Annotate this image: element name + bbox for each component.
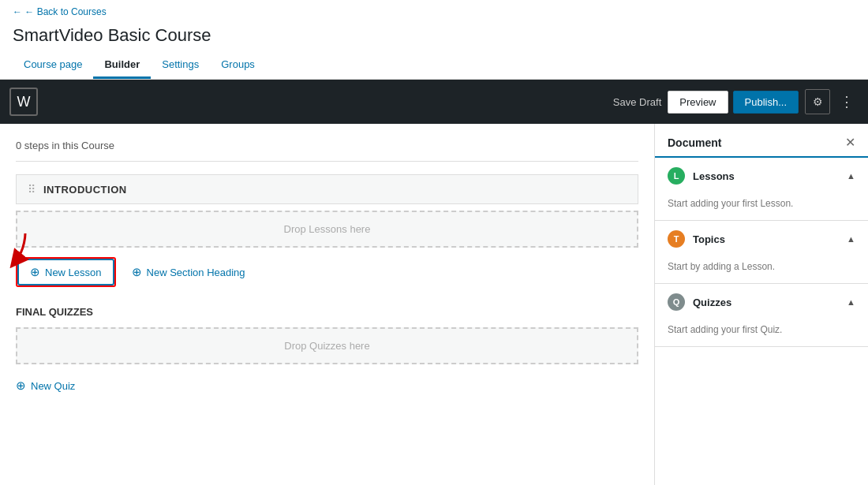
tab-settings[interactable]: Settings <box>151 52 210 79</box>
sidebar-lessons-title: Lessons <box>693 170 735 182</box>
lessons-chevron-icon: ▲ <box>847 171 855 181</box>
final-quizzes-title: FINAL QUIZZES <box>16 306 638 318</box>
save-draft-button[interactable]: Save Draft <box>613 96 661 108</box>
topics-icon: T <box>668 230 685 248</box>
new-section-heading-button[interactable]: ⊕ New Section Heading <box>132 260 245 284</box>
editor-toolbar: W Save Draft Preview Publish... ⚙ ⋮ <box>0 80 868 124</box>
topics-chevron-icon: ▲ <box>847 234 855 244</box>
content-area: 0 steps in this Course ⠿ INTRODUCTION Dr… <box>0 124 655 485</box>
sidebar-quizzes-section: Q Quizzes ▲ Start adding your first Quiz… <box>655 284 868 347</box>
sidebar-quizzes-header[interactable]: Q Quizzes ▲ <box>655 284 868 320</box>
more-options-button[interactable]: ⋮ <box>835 90 859 114</box>
back-to-courses-link[interactable]: ← ← Back to Courses <box>13 3 107 21</box>
lessons-help-text: Start adding your first Lesson. <box>668 198 793 209</box>
arrow-container: ⊕ New Lesson ⊕ New Section Heading <box>16 257 638 287</box>
drop-lessons-zone: Drop Lessons here <box>16 211 638 248</box>
plus-circle-icon-quiz: ⊕ <box>16 379 26 393</box>
sidebar-lessons-section: L Lessons ▲ Start adding your first Less… <box>655 158 868 221</box>
sidebar-document-title: Document <box>668 136 721 149</box>
plus-circle-icon-section: ⊕ <box>132 265 142 279</box>
wp-icon[interactable]: W <box>9 88 38 116</box>
sidebar-topics-section: T Topics ▲ Start by adding a Lesson. <box>655 221 868 284</box>
quizzes-icon: Q <box>668 293 685 311</box>
gear-icon: ⚙ <box>813 95 823 108</box>
introduction-section: ⠿ INTRODUCTION <box>16 174 638 204</box>
add-buttons-row: ⊕ New Lesson ⊕ New Section Heading <box>16 257 638 287</box>
steps-divider <box>16 161 638 162</box>
drag-icon: ⠿ <box>28 183 36 196</box>
sidebar-topics-title: Topics <box>693 233 725 245</box>
quizzes-help-text: Start adding your first Quiz. <box>668 324 782 335</box>
tab-groups[interactable]: Groups <box>210 52 266 79</box>
main-tabs: Course page Builder Settings Groups <box>13 52 855 79</box>
back-link-label: ← Back to Courses <box>24 6 106 17</box>
topics-help-text: Start by adding a Lesson. <box>668 261 775 272</box>
sidebar-quizzes-title: Quizzes <box>693 297 731 308</box>
section-header[interactable]: ⠿ INTRODUCTION <box>17 175 638 203</box>
sidebar-topics-body: Start by adding a Lesson. <box>655 257 868 283</box>
drop-quizzes-zone: Drop Quizzes here <box>16 327 638 364</box>
red-arrow-icon <box>9 233 41 273</box>
lessons-icon: L <box>668 167 685 185</box>
sidebar-header: Document ✕ <box>655 124 868 158</box>
preview-button[interactable]: Preview <box>668 91 728 114</box>
steps-count: 0 steps in this Course <box>16 140 638 151</box>
quizzes-chevron-icon: ▲ <box>847 297 855 307</box>
tab-builder[interactable]: Builder <box>93 52 151 79</box>
publish-button[interactable]: Publish... <box>733 91 799 114</box>
sidebar-close-button[interactable]: ✕ <box>845 135 855 150</box>
section-title: INTRODUCTION <box>43 184 127 196</box>
document-sidebar: Document ✕ L Lessons ▲ Start adding your… <box>655 124 868 485</box>
back-arrow-icon: ← <box>13 6 22 17</box>
page-title: SmartVideo Basic Course <box>13 25 855 46</box>
add-quiz-buttons-row: ⊕ New Quiz <box>16 374 638 397</box>
sidebar-lessons-header[interactable]: L Lessons ▲ <box>655 158 868 194</box>
sidebar-topics-header[interactable]: T Topics ▲ <box>655 221 868 257</box>
new-quiz-button[interactable]: ⊕ New Quiz <box>16 374 75 397</box>
tab-course-page[interactable]: Course page <box>13 52 93 79</box>
sidebar-lessons-body: Start adding your first Lesson. <box>655 194 868 220</box>
settings-gear-button[interactable]: ⚙ <box>805 89 830 114</box>
sidebar-quizzes-body: Start adding your first Quiz. <box>655 320 868 346</box>
